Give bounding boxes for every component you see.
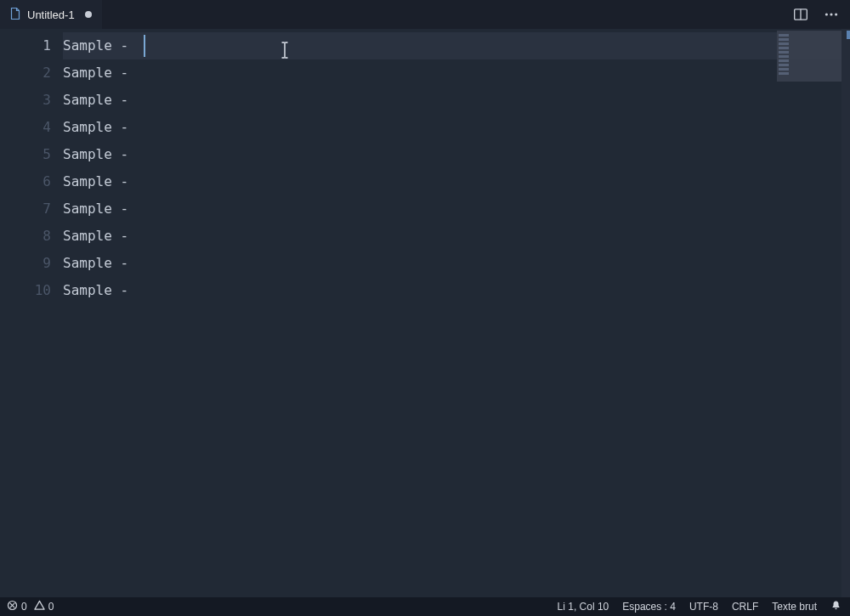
file-icon: [8, 7, 22, 23]
eol-label: CRLF: [732, 601, 758, 613]
notifications-button[interactable]: [829, 600, 843, 613]
svg-point-3: [830, 13, 832, 15]
indentation-label: Espaces : 4: [622, 601, 676, 613]
svg-point-4: [835, 13, 837, 15]
code-line-text: Sample -: [63, 173, 137, 189]
line-number: 9: [0, 250, 63, 277]
tab-title: Untitled-1: [27, 8, 75, 21]
code-line-text: Sample -: [63, 37, 137, 54]
line-number: 3: [0, 87, 63, 114]
code-line[interactable]: Sample -: [63, 114, 850, 141]
overview-mark: [847, 31, 850, 39]
svg-point-2: [825, 13, 828, 15]
tab-bar: Untitled-1: [0, 0, 850, 29]
code-line-text: Sample -: [63, 65, 137, 81]
bell-icon: [830, 600, 842, 613]
error-count: 0: [21, 601, 27, 613]
code-line-text: Sample -: [63, 119, 137, 135]
code-line[interactable]: Sample -: [63, 59, 850, 87]
cursor-position-button[interactable]: Li 1, Col 10: [556, 601, 611, 613]
status-left: 0 0: [5, 600, 55, 613]
tab-bar-left: Untitled-1: [0, 0, 102, 29]
line-number: 2: [0, 59, 63, 87]
indentation-button[interactable]: Espaces : 4: [620, 601, 677, 613]
code-line-text: Sample -: [63, 282, 137, 298]
code-line[interactable]: Sample -: [63, 32, 850, 59]
editor[interactable]: 12345678910 Sample - Sample - Sample - S…: [0, 29, 850, 597]
code-area[interactable]: Sample - Sample - Sample - Sample - Samp…: [63, 29, 850, 597]
error-icon: [7, 600, 18, 613]
code-line[interactable]: Sample -: [63, 195, 850, 223]
line-number: 7: [0, 195, 63, 223]
code-line-text: Sample -: [63, 228, 137, 244]
code-line[interactable]: Sample -: [63, 87, 850, 114]
code-line-text: Sample -: [63, 146, 137, 162]
overview-ruler[interactable]: [842, 29, 850, 597]
cursor-position-label: Li 1, Col 10: [558, 601, 609, 613]
caret: [144, 35, 145, 57]
warning-icon: [34, 600, 45, 613]
line-number: 6: [0, 168, 63, 195]
dirty-indicator-icon: [85, 11, 92, 18]
line-number: 1: [0, 32, 63, 59]
tab-bar-right: [789, 0, 850, 29]
code-line[interactable]: Sample -: [63, 168, 850, 195]
tab-untitled-1[interactable]: Untitled-1: [0, 0, 102, 29]
line-number: 5: [0, 141, 63, 168]
code-line-text: Sample -: [63, 255, 137, 271]
line-number: 8: [0, 223, 63, 250]
code-line[interactable]: Sample -: [63, 223, 850, 250]
code-line[interactable]: Sample -: [63, 277, 850, 304]
encoding-button[interactable]: UTF-8: [688, 601, 720, 613]
problems-button[interactable]: 0 0: [5, 600, 55, 613]
line-number: 10: [0, 277, 63, 304]
code-line[interactable]: Sample -: [63, 141, 850, 168]
code-line-text: Sample -: [63, 92, 137, 108]
code-line[interactable]: Sample -: [63, 250, 850, 277]
warning-count: 0: [48, 601, 54, 613]
eol-button[interactable]: CRLF: [730, 601, 760, 613]
line-number-gutter: 12345678910: [0, 29, 63, 597]
line-number: 4: [0, 114, 63, 141]
split-editor-button[interactable]: [789, 3, 813, 26]
status-right: Li 1, Col 10 Espaces : 4 UTF-8 CRLF Text…: [556, 600, 843, 613]
code-line-text: Sample -: [63, 201, 137, 217]
encoding-label: UTF-8: [689, 601, 718, 613]
language-mode-button[interactable]: Texte brut: [770, 601, 819, 613]
status-bar: 0 0 Li 1, Col 10 Espaces : 4 UTF-8 CRLF …: [0, 597, 850, 616]
more-actions-button[interactable]: [819, 3, 843, 26]
language-label: Texte brut: [772, 601, 817, 613]
